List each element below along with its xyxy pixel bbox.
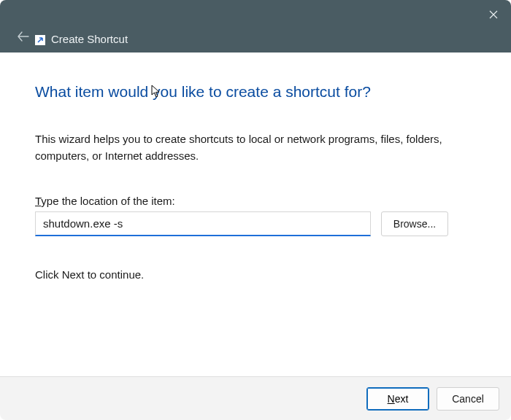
wizard-footer: Next Cancel <box>0 376 511 420</box>
window-title: Create Shortcut <box>51 33 128 45</box>
titlebar: Create Shortcut <box>0 0 511 52</box>
next-button[interactable]: Next <box>366 387 429 411</box>
back-arrow-icon <box>18 31 29 42</box>
wizard-content: What item would you like to create a sho… <box>0 52 511 376</box>
browse-button[interactable]: Browse... <box>381 211 448 236</box>
close-button[interactable] <box>482 4 505 25</box>
location-row: Browse... <box>35 211 476 236</box>
location-input[interactable] <box>35 211 371 236</box>
continue-hint: Click Next to continue. <box>35 268 476 281</box>
shortcut-icon <box>35 35 45 45</box>
location-label: Type the location of the item: <box>35 195 476 207</box>
back-button[interactable] <box>16 29 31 44</box>
cancel-button[interactable]: Cancel <box>437 387 499 411</box>
wizard-description: This wizard helps you to create shortcut… <box>35 131 476 164</box>
page-heading: What item would you like to create a sho… <box>35 83 476 101</box>
close-icon <box>489 10 498 19</box>
